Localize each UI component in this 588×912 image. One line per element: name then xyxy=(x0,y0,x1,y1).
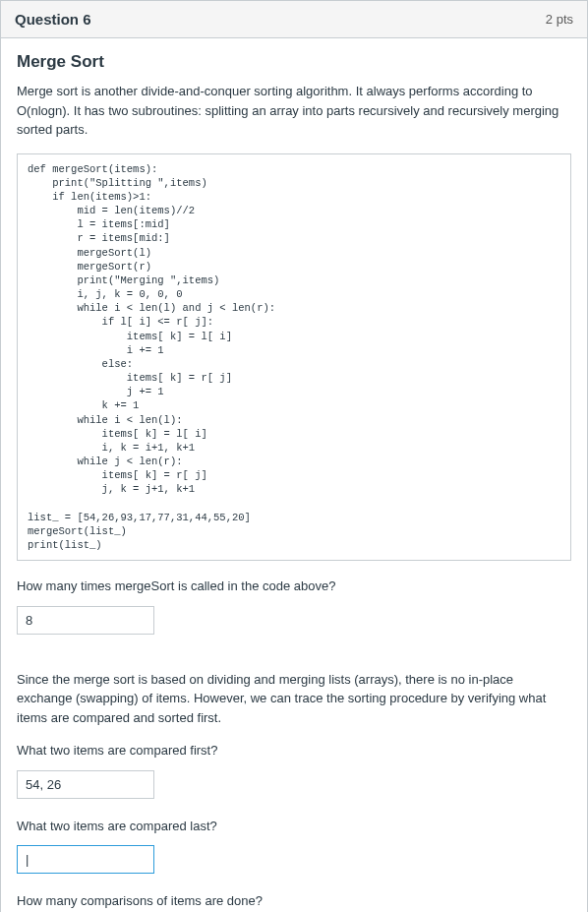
question-container: Question 6 2 pts Merge Sort Merge sort i… xyxy=(0,0,588,912)
code-block: def mergeSort(items): print("Splitting "… xyxy=(17,153,571,562)
intro-paragraph: Merge sort is another divide-and-conquer… xyxy=(17,82,571,140)
question-number: Question 6 xyxy=(15,11,91,28)
question-3-text: What two items are compared last? xyxy=(17,817,571,836)
section-title: Merge Sort xyxy=(17,52,571,72)
question-4-text: How many comparisons of items are done? xyxy=(17,891,571,911)
question-content: Merge Sort Merge sort is another divide-… xyxy=(1,38,587,912)
question-3-input[interactable] xyxy=(17,845,154,874)
question-2-text: What two items are compared first? xyxy=(17,741,571,760)
question-header: Question 6 2 pts xyxy=(1,1,587,38)
explanation-paragraph: Since the merge sort is based on dividin… xyxy=(17,670,571,728)
question-2-input[interactable] xyxy=(17,770,154,799)
question-1-text: How many times mergeSort is called in th… xyxy=(17,577,571,596)
question-points: 2 pts xyxy=(546,12,573,27)
question-1-input[interactable] xyxy=(17,606,154,635)
